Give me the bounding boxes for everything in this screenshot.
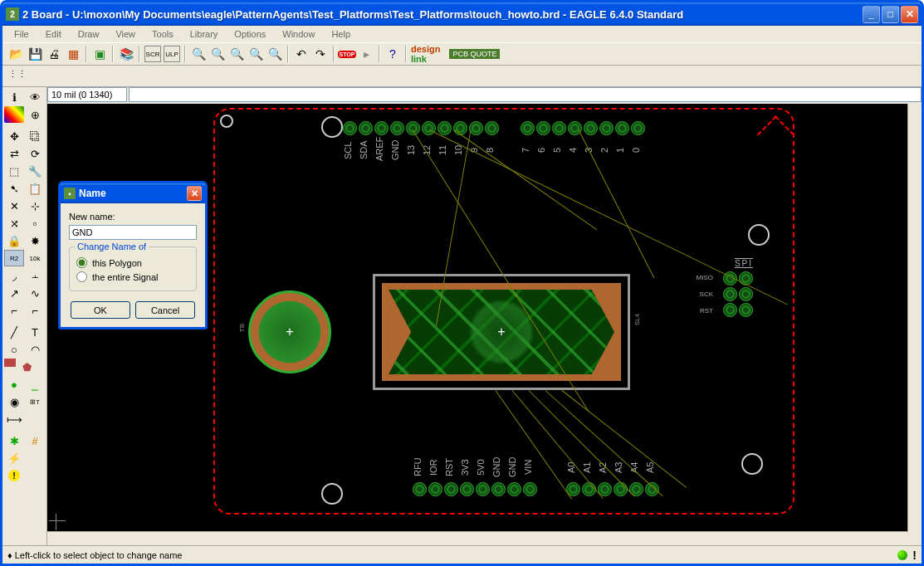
print-icon[interactable]: 🖨 — [46, 46, 62, 62]
ok-button[interactable]: OK — [71, 301, 130, 319]
radio-polygon[interactable]: this Polygon — [76, 257, 189, 268]
miter-tool-icon[interactable]: ◞ — [4, 267, 24, 284]
mirror-tool-icon[interactable]: ⇄ — [4, 145, 24, 162]
save-icon[interactable]: 💾 — [27, 46, 43, 62]
hole-tool-icon[interactable]: ◉ — [4, 393, 24, 410]
errors-tool-icon[interactable]: ! — [4, 467, 24, 484]
name-tool-icon[interactable]: R2 — [4, 250, 24, 266]
minimize-button[interactable]: _ — [863, 6, 880, 23]
mounting-hole — [220, 115, 233, 128]
radio-signal[interactable]: the entire Signal — [76, 271, 189, 282]
dialog-title: Name — [79, 188, 187, 199]
menu-help[interactable]: Help — [325, 27, 357, 41]
grid-icon[interactable]: ⋮⋮ — [7, 68, 27, 85]
signal-tool-icon[interactable]: ⎯ — [25, 376, 45, 393]
menu-library[interactable]: Library — [183, 27, 225, 41]
designlink-button[interactable]: designlink — [411, 44, 440, 64]
menu-tools[interactable]: Tools — [145, 27, 180, 41]
ratsnest-tool-icon[interactable]: ✱ — [4, 432, 24, 449]
dialog-close-button[interactable]: ✕ — [187, 186, 202, 201]
ripup-tool-icon[interactable]: ⌐ — [25, 302, 45, 319]
origin-marker — [49, 514, 66, 530]
newname-input[interactable] — [69, 225, 197, 240]
cancel-button[interactable]: Cancel — [135, 301, 195, 319]
cam-icon[interactable]: ▦ — [65, 46, 81, 62]
zoom-out-icon[interactable]: 🔍 — [228, 46, 245, 62]
name-dialog: ▪ Name ✕ New name: Change Name of this P… — [58, 181, 208, 329]
lock-tool-icon[interactable]: 🔒 — [4, 232, 24, 249]
value-tool-icon[interactable]: 10k — [25, 250, 45, 266]
touch-slider: + — [373, 274, 630, 390]
arc-tool-icon[interactable]: ◠ — [25, 341, 45, 358]
info-tool-icon[interactable]: ℹ — [4, 89, 24, 105]
app-window: 2 2 Board - U:\moxon\My Documents\eagle\… — [0, 0, 924, 566]
smash-tool-icon[interactable]: ✸ — [25, 232, 45, 249]
zoom-redraw-icon[interactable]: 🔍 — [247, 46, 264, 62]
meander-tool-icon[interactable]: ∿ — [25, 285, 45, 301]
menu-options[interactable]: Options — [227, 27, 272, 41]
board-icon[interactable]: ▣ — [91, 46, 108, 62]
mark-tool-icon[interactable]: ⊕ — [25, 106, 45, 123]
ulp-icon[interactable]: ULP — [164, 46, 180, 62]
go-icon[interactable]: ▸ — [358, 46, 374, 62]
cut-tool-icon[interactable]: ➷ — [4, 180, 24, 197]
menu-draw[interactable]: Draw — [71, 27, 106, 41]
route-tool-icon[interactable]: ⌐ — [4, 302, 24, 319]
text-tool-icon[interactable]: T — [25, 324, 45, 340]
menu-file[interactable]: File — [7, 27, 36, 41]
paste-tool-icon[interactable]: 📋 — [25, 180, 45, 197]
auto-tool-icon[interactable]: # — [25, 432, 45, 449]
maximize-button[interactable]: □ — [882, 6, 899, 23]
attribute-tool-icon[interactable]: ⊞T — [25, 393, 45, 410]
pin-header-bot-a — [413, 482, 537, 496]
action-toolbar: ⋮⋮ — [2, 66, 922, 87]
titlebar: 2 2 Board - U:\moxon\My Documents\eagle\… — [2, 2, 922, 26]
menu-window[interactable]: Window — [276, 27, 321, 41]
menu-edit[interactable]: Edit — [39, 27, 68, 41]
split-tool-icon[interactable]: ⫠ — [25, 267, 45, 284]
delete-tool-icon[interactable]: ✕ — [4, 198, 24, 214]
via-tool-icon[interactable]: ● — [4, 376, 24, 393]
help-icon[interactable]: ? — [384, 46, 401, 62]
add-tool-icon[interactable]: ⊹ — [25, 198, 45, 214]
redo-icon[interactable]: ↷ — [312, 46, 329, 62]
use-icon[interactable]: 📚 — [118, 46, 134, 62]
wire-tool-icon[interactable]: ╱ — [4, 324, 24, 340]
undo-icon[interactable]: ↶ — [293, 46, 310, 62]
rotate-tool-icon[interactable]: ⟳ — [25, 145, 45, 162]
copy-tool-icon[interactable]: ⿻ — [25, 128, 45, 144]
slider-label: SL4 — [633, 314, 641, 325]
stop-icon[interactable]: STOP — [339, 46, 355, 62]
optimize-tool-icon[interactable]: ↗ — [4, 285, 24, 301]
menu-view[interactable]: View — [109, 27, 142, 41]
mounting-hole — [321, 116, 343, 138]
pin-header-top-a — [343, 121, 499, 135]
pin-header-bot-b — [566, 482, 659, 496]
coord-display[interactable] — [47, 87, 127, 102]
scr-icon[interactable]: SCR — [144, 46, 161, 62]
command-input[interactable] — [129, 87, 922, 102]
drc-tool-icon[interactable] — [25, 450, 45, 466]
change-tool-icon[interactable]: 🔧 — [25, 163, 45, 179]
mounting-hole — [741, 453, 763, 475]
polygon-tool-icon[interactable]: ⬟ — [17, 359, 37, 375]
dimension-tool-icon[interactable]: ⟼ — [4, 411, 24, 427]
open-icon[interactable]: 📂 — [7, 46, 24, 62]
close-button[interactable]: ✕ — [901, 6, 918, 23]
pcbquote-button[interactable]: PCB QUOTE — [449, 49, 500, 59]
replace-tool-icon[interactable]: ▫ — [25, 215, 45, 232]
erc-tool-icon[interactable]: ⚡ — [4, 450, 24, 466]
zoom-in-icon[interactable]: 🔍 — [209, 46, 226, 62]
circle-tool-icon[interactable]: ○ — [4, 341, 24, 358]
zoom-select-icon[interactable]: 🔍 — [266, 46, 283, 62]
dimension2-tool-icon[interactable] — [25, 411, 45, 427]
rect-tool-icon[interactable] — [4, 359, 16, 367]
pin-labels: RFUIORRST3V35V0GNDGNDVIN — [413, 456, 537, 478]
display-tool-icon[interactable] — [4, 106, 24, 123]
move-tool-icon[interactable]: ✥ — [4, 128, 24, 144]
zoom-fit-icon[interactable]: 🔍 — [190, 46, 207, 62]
show-tool-icon[interactable]: 👁 — [25, 89, 45, 105]
status-warning-icon[interactable]: ! — [912, 549, 917, 562]
group-tool-icon[interactable]: ⬚ — [4, 163, 24, 179]
pinswap-tool-icon[interactable]: ⤨ — [4, 215, 24, 232]
